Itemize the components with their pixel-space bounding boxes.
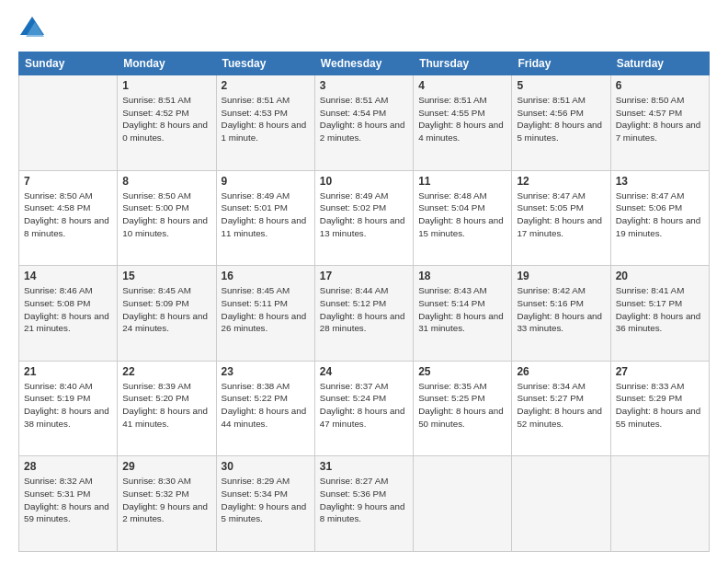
table-row: 31Sunrise: 8:27 AMSunset: 5:36 PMDayligh… xyxy=(314,456,413,552)
table-row: 26Sunrise: 8:34 AMSunset: 5:27 PMDayligh… xyxy=(512,361,610,456)
table-row: 22Sunrise: 8:39 AMSunset: 5:20 PMDayligh… xyxy=(118,361,216,456)
day-info: Sunrise: 8:33 AMSunset: 5:29 PMDaylight:… xyxy=(616,380,704,431)
col-friday: Friday xyxy=(512,52,610,75)
day-info: Sunrise: 8:48 AMSunset: 5:04 PMDaylight:… xyxy=(418,190,506,240)
logo xyxy=(18,15,50,42)
day-number: 29 xyxy=(122,460,210,473)
day-number: 24 xyxy=(320,365,408,378)
day-number: 25 xyxy=(418,365,506,378)
table-row: 11Sunrise: 8:48 AMSunset: 5:04 PMDayligh… xyxy=(414,170,512,266)
day-info: Sunrise: 8:47 AMSunset: 5:05 PMDaylight:… xyxy=(517,190,605,240)
day-number: 26 xyxy=(517,365,605,378)
page: Sunday Monday Tuesday Wednesday Thursday… xyxy=(0,0,728,563)
table-row: 1Sunrise: 8:51 AMSunset: 4:52 PMDaylight… xyxy=(118,75,216,171)
day-number: 12 xyxy=(517,175,605,188)
calendar-header-row: Sunday Monday Tuesday Wednesday Thursday… xyxy=(19,52,710,75)
day-info: Sunrise: 8:43 AMSunset: 5:14 PMDaylight:… xyxy=(418,284,506,335)
table-row: 21Sunrise: 8:40 AMSunset: 5:19 PMDayligh… xyxy=(19,361,118,456)
day-info: Sunrise: 8:47 AMSunset: 5:06 PMDaylight:… xyxy=(616,190,704,240)
table-row xyxy=(19,75,118,171)
table-row: 28Sunrise: 8:32 AMSunset: 5:31 PMDayligh… xyxy=(19,456,118,552)
table-row: 25Sunrise: 8:35 AMSunset: 5:25 PMDayligh… xyxy=(414,361,512,456)
day-info: Sunrise: 8:40 AMSunset: 5:19 PMDaylight:… xyxy=(24,380,112,431)
day-info: Sunrise: 8:30 AMSunset: 5:32 PMDaylight:… xyxy=(122,475,210,525)
day-info: Sunrise: 8:51 AMSunset: 4:53 PMDaylight:… xyxy=(222,94,310,144)
day-number: 9 xyxy=(222,175,310,188)
table-row: 8Sunrise: 8:50 AMSunset: 5:00 PMDaylight… xyxy=(118,170,216,266)
day-number: 19 xyxy=(517,270,605,282)
table-row xyxy=(512,456,610,552)
day-number: 28 xyxy=(24,460,112,473)
table-row: 27Sunrise: 8:33 AMSunset: 5:29 PMDayligh… xyxy=(610,361,709,456)
col-saturday: Saturday xyxy=(610,52,709,75)
day-number: 4 xyxy=(418,79,506,92)
day-info: Sunrise: 8:35 AMSunset: 5:25 PMDaylight:… xyxy=(418,380,506,431)
day-number: 11 xyxy=(418,175,506,188)
calendar-week-row: 1Sunrise: 8:51 AMSunset: 4:52 PMDaylight… xyxy=(19,75,710,171)
day-info: Sunrise: 8:45 AMSunset: 5:09 PMDaylight:… xyxy=(122,284,210,335)
table-row: 24Sunrise: 8:37 AMSunset: 5:24 PMDayligh… xyxy=(314,361,413,456)
day-number: 10 xyxy=(320,175,408,188)
day-info: Sunrise: 8:51 AMSunset: 4:55 PMDaylight:… xyxy=(418,94,506,144)
table-row: 12Sunrise: 8:47 AMSunset: 5:05 PMDayligh… xyxy=(512,170,610,266)
day-number: 20 xyxy=(616,270,704,282)
day-info: Sunrise: 8:45 AMSunset: 5:11 PMDaylight:… xyxy=(222,284,310,335)
day-number: 31 xyxy=(320,460,408,473)
day-number: 5 xyxy=(517,79,605,92)
calendar-week-row: 21Sunrise: 8:40 AMSunset: 5:19 PMDayligh… xyxy=(19,361,710,456)
day-info: Sunrise: 8:50 AMSunset: 4:58 PMDaylight:… xyxy=(24,190,112,240)
day-number: 27 xyxy=(616,365,704,378)
day-info: Sunrise: 8:41 AMSunset: 5:17 PMDaylight:… xyxy=(616,284,704,335)
day-info: Sunrise: 8:49 AMSunset: 5:01 PMDaylight:… xyxy=(222,190,310,240)
day-info: Sunrise: 8:38 AMSunset: 5:22 PMDaylight:… xyxy=(222,380,310,431)
day-number: 16 xyxy=(222,270,310,282)
table-row: 23Sunrise: 8:38 AMSunset: 5:22 PMDayligh… xyxy=(216,361,314,456)
day-info: Sunrise: 8:49 AMSunset: 5:02 PMDaylight:… xyxy=(320,190,408,240)
table-row xyxy=(414,456,512,552)
day-info: Sunrise: 8:42 AMSunset: 5:16 PMDaylight:… xyxy=(517,284,605,335)
table-row: 18Sunrise: 8:43 AMSunset: 5:14 PMDayligh… xyxy=(414,266,512,362)
table-row: 16Sunrise: 8:45 AMSunset: 5:11 PMDayligh… xyxy=(216,266,314,362)
day-number: 2 xyxy=(222,79,310,92)
day-info: Sunrise: 8:32 AMSunset: 5:31 PMDaylight:… xyxy=(24,475,112,525)
day-info: Sunrise: 8:46 AMSunset: 5:08 PMDaylight:… xyxy=(24,284,112,335)
day-number: 1 xyxy=(122,79,210,92)
day-info: Sunrise: 8:27 AMSunset: 5:36 PMDaylight:… xyxy=(320,475,408,525)
calendar-table: Sunday Monday Tuesday Wednesday Thursday… xyxy=(18,52,710,552)
calendar-week-row: 14Sunrise: 8:46 AMSunset: 5:08 PMDayligh… xyxy=(19,266,710,362)
day-info: Sunrise: 8:44 AMSunset: 5:12 PMDaylight:… xyxy=(320,284,408,335)
table-row: 10Sunrise: 8:49 AMSunset: 5:02 PMDayligh… xyxy=(314,170,413,266)
day-number: 17 xyxy=(320,270,408,282)
day-number: 7 xyxy=(24,175,112,188)
table-row: 13Sunrise: 8:47 AMSunset: 5:06 PMDayligh… xyxy=(610,170,709,266)
day-number: 3 xyxy=(320,79,408,92)
col-monday: Monday xyxy=(118,52,216,75)
day-info: Sunrise: 8:51 AMSunset: 4:54 PMDaylight:… xyxy=(320,94,408,144)
calendar-week-row: 7Sunrise: 8:50 AMSunset: 4:58 PMDaylight… xyxy=(19,170,710,266)
table-row xyxy=(610,456,709,552)
day-number: 15 xyxy=(122,270,210,282)
day-info: Sunrise: 8:37 AMSunset: 5:24 PMDaylight:… xyxy=(320,380,408,431)
table-row: 6Sunrise: 8:50 AMSunset: 4:57 PMDaylight… xyxy=(610,75,709,171)
day-number: 22 xyxy=(122,365,210,378)
day-info: Sunrise: 8:39 AMSunset: 5:20 PMDaylight:… xyxy=(122,380,210,431)
col-thursday: Thursday xyxy=(414,52,512,75)
table-row: 5Sunrise: 8:51 AMSunset: 4:56 PMDaylight… xyxy=(512,75,610,171)
col-wednesday: Wednesday xyxy=(314,52,413,75)
day-number: 13 xyxy=(616,175,704,188)
table-row: 4Sunrise: 8:51 AMSunset: 4:55 PMDaylight… xyxy=(414,75,512,171)
table-row: 20Sunrise: 8:41 AMSunset: 5:17 PMDayligh… xyxy=(610,266,709,362)
day-info: Sunrise: 8:50 AMSunset: 5:00 PMDaylight:… xyxy=(122,190,210,240)
day-info: Sunrise: 8:51 AMSunset: 4:52 PMDaylight:… xyxy=(122,94,210,144)
table-row: 19Sunrise: 8:42 AMSunset: 5:16 PMDayligh… xyxy=(512,266,610,362)
logo-icon xyxy=(18,15,46,42)
day-number: 30 xyxy=(222,460,310,473)
col-tuesday: Tuesday xyxy=(216,52,314,75)
day-number: 18 xyxy=(418,270,506,282)
header xyxy=(18,15,710,42)
day-info: Sunrise: 8:50 AMSunset: 4:57 PMDaylight:… xyxy=(616,94,704,144)
day-number: 6 xyxy=(616,79,704,92)
day-info: Sunrise: 8:51 AMSunset: 4:56 PMDaylight:… xyxy=(517,94,605,144)
col-sunday: Sunday xyxy=(19,52,118,75)
table-row: 2Sunrise: 8:51 AMSunset: 4:53 PMDaylight… xyxy=(216,75,314,171)
